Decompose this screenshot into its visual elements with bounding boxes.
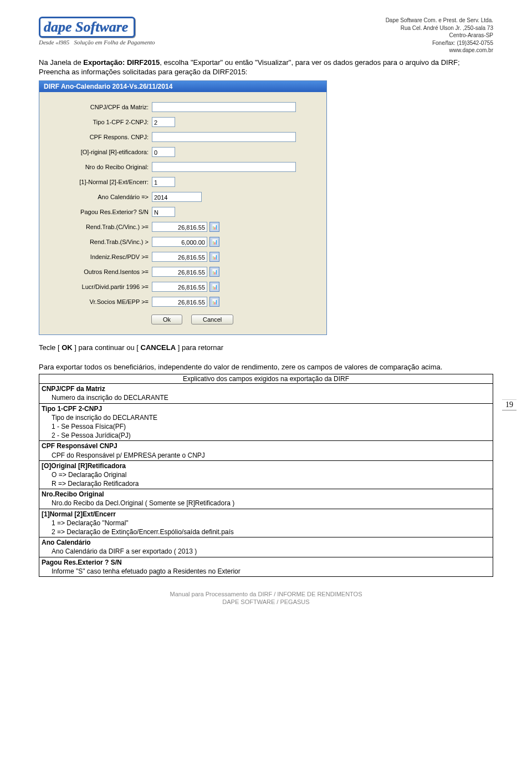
- header: dape Software Desde «l985 Solução em Fol…: [39, 17, 493, 54]
- table-row: Tipo 1-CPF 2-CNPJ Tipo de inscrição do D…: [39, 403, 493, 441]
- footer: Manual para Processamento da DIRF / INFO…: [39, 590, 493, 606]
- label-indeniz: Indeniz.Resc/PDV >=: [46, 253, 152, 260]
- company-info: Dape Software Com. e Prest. de Serv. Ltd…: [386, 17, 493, 54]
- ok-button[interactable]: Ok: [151, 315, 182, 324]
- label-rend-sv: Rend.Trab.(S/Vinc.) >: [46, 239, 152, 245]
- input-outros[interactable]: 26,816.55: [152, 267, 207, 277]
- label-cpf-resp: CPF Respons. CNPJ:: [46, 134, 152, 140]
- input-cpf-resp[interactable]: [152, 132, 296, 142]
- label-recibo: Nro do Recibo Original:: [46, 164, 152, 170]
- table-row: [O]Original [R]Retificadora O => Declara…: [39, 460, 493, 489]
- label-pagou: Pagou Res.Exterior? S/N: [46, 209, 152, 215]
- calculator-icon[interactable]: 📊: [209, 297, 219, 307]
- button-bar: Ok Cancel: [46, 311, 320, 330]
- calculator-icon[interactable]: 📊: [209, 237, 219, 247]
- page-number: 19: [502, 399, 516, 410]
- calculator-icon[interactable]: 📊: [209, 282, 219, 292]
- table-row: Pagou Res.Exterior ? S/N Informe "S" cas…: [39, 557, 493, 576]
- label-cnpj-cpf: CNPJ/CPF da Matriz:: [46, 104, 152, 110]
- label-normal: [1]-Normal [2]-Ext/Encerr:: [46, 179, 152, 185]
- label-orig: [O]-riginal [R]-etificadora:: [46, 149, 152, 155]
- input-pagou[interactable]: N: [152, 207, 175, 217]
- calculator-icon[interactable]: 📊: [209, 252, 219, 262]
- cancel-button[interactable]: Cancel: [191, 315, 233, 324]
- input-recibo[interactable]: [152, 162, 296, 172]
- label-socios: Vr.Socios ME/EPP >=: [46, 298, 152, 305]
- calculator-icon[interactable]: 📊: [209, 222, 219, 232]
- label-lucro: Lucr/Divid.partir 1996 >=: [46, 283, 152, 290]
- input-ano[interactable]: 2014: [152, 192, 202, 202]
- table-row: Ano Calendário Ano Calendário da DIRF a …: [39, 537, 493, 556]
- logo-main-text: dape Software: [44, 20, 128, 34]
- label-rend-cv: Rend.Trab.(C/Vinc.) >=: [46, 224, 152, 230]
- table-row: CPF Responsável CNPJ CPF do Responsável …: [39, 440, 493, 460]
- dirf-dialog: DIRF Ano-Calendario 2014-Vs.26/11/2014 C…: [39, 80, 327, 335]
- table-row: Nro.Recibo Original Nro.do Recibo da Dec…: [39, 489, 493, 508]
- input-cnpj-cpf[interactable]: [152, 102, 296, 112]
- label-tipo: Tipo 1-CPF 2-CNPJ:: [46, 119, 152, 125]
- input-orig[interactable]: 0: [152, 147, 175, 157]
- input-rend-cv[interactable]: 26,816.55: [152, 222, 207, 232]
- intro-paragraph: Na Janela de Exportação: DIRF2015, escol…: [39, 58, 493, 77]
- input-indeniz[interactable]: 26,816.55: [152, 252, 207, 262]
- input-tipo[interactable]: 2: [152, 117, 175, 127]
- logo-box: dape Software: [39, 17, 135, 38]
- table-row: [1]Normal [2]Ext/Encerr 1 => Declaração …: [39, 509, 493, 537]
- input-lucro[interactable]: 26,816.55: [152, 282, 207, 292]
- input-rend-sv[interactable]: 6,000.00: [152, 237, 207, 247]
- explanatory-table: Explicativo dos campos exigidos na expor…: [39, 374, 493, 577]
- input-normal[interactable]: 1: [152, 177, 175, 187]
- dialog-titlebar: DIRF Ano-Calendario 2014-Vs.26/11/2014: [39, 81, 326, 92]
- table-row: CNPJ/CPF da Matriz Numero da inscrição d…: [39, 383, 493, 403]
- dialog-form: CNPJ/CPF da Matriz: Tipo 1-CPF 2-CNPJ: 2…: [39, 92, 326, 334]
- label-outros: Outros Rend.Isentos >=: [46, 268, 152, 275]
- label-ano: Ano Calendário =>: [46, 194, 152, 200]
- table-title: Explicativo dos campos exigidos na expor…: [39, 374, 493, 383]
- logo-block: dape Software Desde «l985 Solução em Fol…: [39, 17, 155, 45]
- mid-text: Tecle [ OK ] para continuar ou [ CANCELA…: [39, 343, 493, 372]
- calculator-icon[interactable]: 📊: [209, 267, 219, 277]
- input-socios[interactable]: 26,816.55: [152, 297, 207, 307]
- logo-tagline: Desde «l985 Solução em Folha de Pagament…: [39, 39, 155, 45]
